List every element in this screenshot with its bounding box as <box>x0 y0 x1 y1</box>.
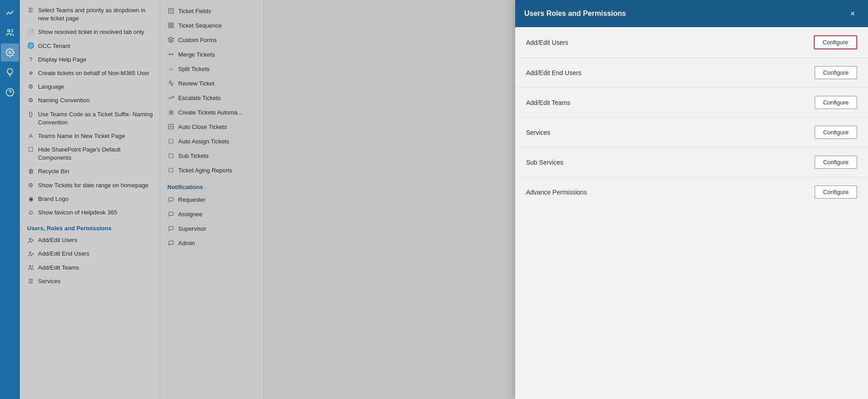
review-ticket-icon <box>167 80 175 87</box>
svg-point-4 <box>29 238 31 240</box>
nav-item-brand-logo[interactable]: ◉ Brand Logo <box>20 192 160 206</box>
middle-label-escalate-tickets: Escalate Tickets <box>178 95 221 101</box>
svg-rect-15 <box>171 23 173 25</box>
middle-item-sub-tickets[interactable]: ☐ Sub Tickets <box>160 148 264 163</box>
middle-item-ticket-aging[interactable]: ☐ Ticket Aging Reports <box>160 163 264 177</box>
middle-panel: Ticket Fields Ticket Sequence Custom For… <box>160 0 264 399</box>
middle-item-split-tickets[interactable]: ↔ Split Tickets <box>160 62 264 76</box>
overlay-header: Users Roles and Permissions × <box>515 0 868 27</box>
permission-label-add-edit-users: Add/Edit Users <box>526 39 568 46</box>
middle-label-sub-tickets: Sub Tickets <box>178 152 209 159</box>
configure-button-add-edit-end-users[interactable]: Configure <box>815 66 857 79</box>
nav-item-favicon[interactable]: ⊙ Show favicon of Helpdesk 365 <box>20 206 160 219</box>
configure-button-services[interactable]: Configure <box>815 126 857 139</box>
permission-row-advance-permissions: Advance Permissions Configure <box>515 177 868 207</box>
merge-tickets-icon <box>167 51 175 58</box>
gcc-icon: 🌐 <box>27 43 34 50</box>
middle-item-custom-forms[interactable]: Custom Forms <box>160 33 264 47</box>
configure-button-add-edit-teams[interactable]: Configure <box>815 96 857 109</box>
nav-item-teams-name[interactable]: A Teams Name In New Ticket Page <box>20 129 160 143</box>
middle-item-auto-close-tickets[interactable]: Auto Close Tickets <box>160 119 264 134</box>
favicon-icon: ⊙ <box>27 209 34 216</box>
nav-label-resolved-tab: Show resolved ticket in resolved tab onl… <box>38 28 154 36</box>
svg-point-10 <box>29 266 31 267</box>
date-range-icon: ⚙ <box>27 182 34 189</box>
middle-item-create-tickets-auto[interactable]: ⊞ Create Tickets Automa... <box>160 105 264 119</box>
brand-logo-icon: ◉ <box>27 195 34 203</box>
middle-item-review-ticket[interactable]: Review Ticket <box>160 76 264 90</box>
nav-item-naming-convention[interactable]: ⚙ Naming Convention <box>20 94 160 107</box>
main-content-area: ☰ Select Teams and priority as dropdown … <box>20 0 868 399</box>
middle-item-supervisor[interactable]: Supervisor <box>160 221 264 236</box>
sidebar-icon-settings[interactable] <box>1 43 19 62</box>
nav-item-date-range[interactable]: ⚙ Show Tickets for date range on homepag… <box>20 179 160 192</box>
nav-label-add-edit-teams: Add/Edit Teams <box>38 264 154 272</box>
middle-label-create-tickets-auto: Create Tickets Automa... <box>178 109 242 116</box>
nav-item-services[interactable]: ☰ Services <box>20 275 160 288</box>
teams-name-icon: A <box>27 133 34 140</box>
middle-item-merge-tickets[interactable]: Merge Tickets <box>160 47 264 62</box>
sidebar-icon-ideas[interactable] <box>1 63 19 81</box>
add-edit-users-icon <box>27 237 34 244</box>
nav-label-gcc: GCC Tenant <box>38 42 154 50</box>
requester-icon <box>167 196 175 203</box>
svg-point-7 <box>29 252 31 253</box>
nav-item-add-edit-teams[interactable]: Add/Edit Teams <box>20 261 160 275</box>
middle-item-requester[interactable]: Requester <box>160 192 264 207</box>
nav-item-recycle-bin[interactable]: 🗑 Recycle Bin <box>20 165 160 178</box>
sidebar-icon-help[interactable] <box>1 83 19 101</box>
nav-label-date-range: Show Tickets for date range on homepage <box>38 181 154 190</box>
nav-label-hide-sharepoint: Hide SharePoint Page's Default Component… <box>38 146 154 162</box>
middle-item-admin[interactable]: Admin <box>160 236 264 250</box>
middle-label-split-tickets: Split Tickets <box>178 66 209 72</box>
permission-label-advance-permissions: Advance Permissions <box>526 189 587 196</box>
nav-item-display-help[interactable]: ? Display Help Page <box>20 53 160 66</box>
configure-button-sub-services[interactable]: Configure <box>815 156 857 169</box>
overlay-close-button[interactable]: × <box>846 7 859 20</box>
nav-item-add-edit-users[interactable]: Add/Edit Users <box>20 233 160 247</box>
nav-item-dropdown-teams[interactable]: ☰ Select Teams and priority as dropdown … <box>20 4 160 25</box>
nav-label-add-edit-end-users: Add/Edit End Users <box>38 250 154 258</box>
sidebar-icon-users[interactable] <box>1 24 19 42</box>
configure-button-add-edit-users[interactable]: Configure <box>814 35 857 49</box>
nav-item-create-tickets-behalf[interactable]: ⊕ Create tickets on behalf of Non-M365 U… <box>20 66 160 80</box>
middle-label-supervisor: Supervisor <box>178 225 206 232</box>
nav-item-language[interactable]: ⚙ Language <box>20 80 160 94</box>
teams-code-icon: {} <box>27 111 34 118</box>
nav-item-hide-sharepoint[interactable]: ☐ Hide SharePoint Page's Default Compone… <box>20 143 160 165</box>
svg-rect-11 <box>169 9 174 14</box>
svg-rect-17 <box>171 26 173 28</box>
permission-label-sub-services: Sub Services <box>526 159 563 166</box>
nav-label-add-edit-users: Add/Edit Users <box>38 236 154 244</box>
configure-button-advance-permissions[interactable]: Configure <box>815 185 857 199</box>
middle-item-assignee[interactable]: Assignee <box>160 207 264 221</box>
permission-row-add-edit-users: Add/Edit Users Configure <box>515 27 868 58</box>
nav-item-add-edit-end-users[interactable]: Add/Edit End Users <box>20 247 160 261</box>
nav-panel: ☰ Select Teams and priority as dropdown … <box>20 0 160 399</box>
recycle-bin-icon: 🗑 <box>27 168 34 175</box>
middle-item-escalate-tickets[interactable]: Escalate Tickets <box>160 90 264 105</box>
auto-close-tickets-icon <box>167 123 175 130</box>
nav-item-teams-code[interactable]: {} Use Teams Code as a Ticket Suffix- Na… <box>20 108 160 129</box>
overlay-panel: Users Roles and Permissions × Add/Edit U… <box>515 0 868 399</box>
middle-label-merge-tickets: Merge Tickets <box>178 51 215 58</box>
nav-item-gcc-tenant[interactable]: 🌐 GCC Tenant <box>20 39 160 53</box>
supervisor-icon <box>167 225 175 232</box>
sidebar-icon-analytics[interactable] <box>1 4 19 22</box>
permission-row-sub-services: Sub Services Configure <box>515 147 868 177</box>
split-tickets-icon: ↔ <box>167 65 175 72</box>
middle-item-auto-assign-tickets[interactable]: ☐ Auto Assign Tickets <box>160 134 264 148</box>
middle-item-ticket-fields[interactable]: Ticket Fields <box>160 4 264 18</box>
svg-rect-16 <box>169 26 171 28</box>
nav-label-dropdown-teams: Select Teams and priority as dropdown in… <box>38 6 154 23</box>
svg-marker-18 <box>168 37 174 40</box>
svg-point-20 <box>172 54 173 55</box>
nav-label-language: Language <box>38 83 154 91</box>
svg-rect-14 <box>169 23 171 25</box>
nav-label-display-help: Display Help Page <box>38 56 154 64</box>
nav-label-favicon: Show favicon of Helpdesk 365 <box>38 209 154 217</box>
auto-assign-tickets-icon: ☐ <box>167 138 175 145</box>
nav-item-resolved-tab[interactable]: 📄 Show resolved ticket in resolved tab o… <box>20 25 160 39</box>
middle-item-ticket-sequence[interactable]: Ticket Sequence <box>160 18 264 33</box>
svg-point-1 <box>9 52 11 54</box>
